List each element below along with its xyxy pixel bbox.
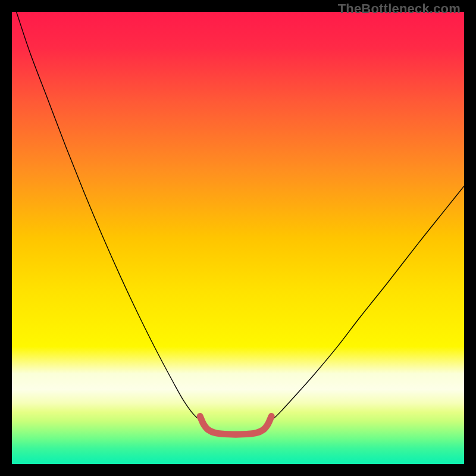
chart-svg [12, 12, 464, 464]
watermark-text: TheBottleneck.com [338, 1, 461, 17]
plot-area [12, 12, 464, 464]
chart-container: TheBottleneck.com [0, 0, 476, 476]
gradient-background [12, 12, 464, 464]
